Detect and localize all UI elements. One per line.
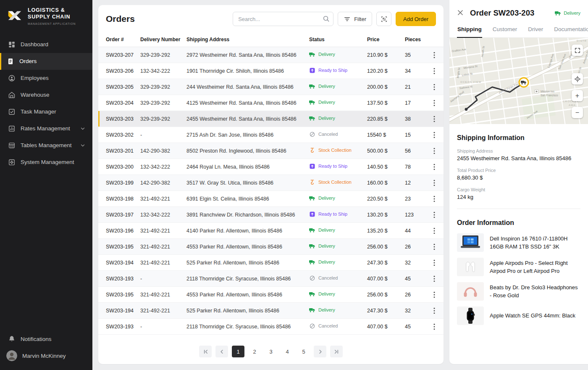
row-menu-button[interactable] <box>431 258 438 268</box>
pagination-page-5[interactable]: 5 <box>297 346 310 357</box>
row-menu-button[interactable] <box>431 322 438 332</box>
map-zoom-out-button[interactable]: − <box>572 107 583 118</box>
table-row[interactable]: SW203-198321-492-2216391 Elgin St. Celin… <box>98 191 444 207</box>
pagination: 12345 <box>98 340 444 364</box>
table-row[interactable]: SW203-195321-492-2214553 Parker Rd. Alle… <box>98 287 444 303</box>
field-label: Cargo Weight <box>457 187 580 192</box>
tab-driver[interactable]: Driver <box>528 23 543 38</box>
tab-customer[interactable]: Customer <box>492 23 518 38</box>
row-menu-button[interactable] <box>431 82 438 92</box>
table-row[interactable]: SW203-204329-239-2924125 Westheimer Rd. … <box>98 95 444 111</box>
table-row[interactable]: SW203-206132-342-2221901 Thornridge Cir.… <box>98 63 444 79</box>
table-row[interactable]: SW203-197132-342-2223891 Ranchview Dr. R… <box>98 207 444 223</box>
pagination-page-4[interactable]: 4 <box>281 346 294 357</box>
pagination-page-3[interactable]: 3 <box>265 346 277 357</box>
cell-pieces: 26 <box>402 239 428 255</box>
map-zoom-in-button[interactable]: + <box>572 90 583 101</box>
map[interactable]: Grafton AveHowth StBright StMontana StLo… <box>449 38 588 124</box>
table-row[interactable]: SW203-199142-290-3823517 W. Gray St. Uti… <box>98 175 444 191</box>
sidebar-item-task-manager[interactable]: Task Manager <box>0 103 92 120</box>
table-row[interactable]: SW203-203329-239-2922455 Westheimer Rd. … <box>98 111 444 127</box>
tab-documentation[interactable]: Documentation <box>554 23 588 38</box>
package-up-icon <box>309 211 315 217</box>
table-row[interactable]: SW203-205329-239-292244 Westheimer Rd. S… <box>98 79 444 95</box>
truck-icon <box>309 100 315 105</box>
table-row[interactable]: SW203-202-2715 Ash Dr. San Jose, Illinoi… <box>98 127 444 143</box>
sidebar-item-employees[interactable]: Employees <box>0 70 92 87</box>
notifications-button[interactable]: Notifications <box>0 330 92 347</box>
sidebar-item-label: Employees <box>21 75 49 81</box>
row-menu-button[interactable] <box>431 146 438 156</box>
sidebar-item-orders[interactable]: Orders <box>0 53 92 70</box>
row-menu-button[interactable] <box>431 66 438 76</box>
cell-order-number: SW203-207 <box>98 47 137 63</box>
table-row[interactable]: SW203-196321-492-2214140 Parker Rd. Alle… <box>98 223 444 239</box>
cell-shipping-address: 3517 W. Gray St. Utica, Illinois 85486 <box>183 175 306 191</box>
status-badge: Delivery <box>309 100 335 105</box>
sidebar-item-system-management[interactable]: System Management <box>0 154 92 171</box>
shipping-info-heading: Shipping Information <box>457 134 580 142</box>
info-field-cargo-weight: Cargo Weight124 kg <box>457 187 580 200</box>
sidebar-item-label: Task Manager <box>21 108 56 115</box>
map-locate-button[interactable] <box>572 73 583 85</box>
table-row[interactable]: SW203-194321-492-221525 Parker Rd. Allen… <box>98 255 444 271</box>
cell-price: 407.00 $ <box>364 271 402 287</box>
filter-button[interactable]: Filter <box>338 12 372 26</box>
detail-tabs: ShippingCustomerDriverDocumentation <box>449 23 588 38</box>
tab-shipping[interactable]: Shipping <box>457 23 482 38</box>
sidebar-item-rates-management[interactable]: Rates Management <box>0 120 92 137</box>
product-image-airpods <box>457 258 484 276</box>
rates-icon <box>8 125 16 132</box>
user-profile[interactable]: Marvin McKinney <box>0 347 92 364</box>
chevron-down-icon <box>80 143 86 148</box>
table-row[interactable]: SW203-200132-342-2222464 Royal Ln. Mesa,… <box>98 159 444 175</box>
table-row[interactable]: SW203-193-2118 Thornridge Cir. Syracuse,… <box>98 271 444 287</box>
row-menu-button[interactable] <box>431 290 438 300</box>
pagination-prev-button[interactable] <box>215 346 228 357</box>
pagination-last-button[interactable] <box>330 346 343 357</box>
close-icon[interactable] <box>457 9 465 17</box>
row-menu-button[interactable] <box>431 242 438 252</box>
sidebar-item-dashboard[interactable]: Dashboard <box>0 36 92 53</box>
row-menu-button[interactable] <box>431 114 438 124</box>
row-menu-button[interactable] <box>431 210 438 220</box>
pagination-page-2[interactable]: 2 <box>248 346 261 357</box>
pagination-next-button[interactable] <box>314 346 326 357</box>
cell-actions <box>428 79 444 95</box>
search-input[interactable] <box>233 12 333 26</box>
cell-shipping-address: 1901 Thornridge Cir. Shiloh, Illinois 85… <box>183 63 306 79</box>
row-menu-button[interactable] <box>431 98 438 108</box>
row-menu-button[interactable] <box>431 130 438 140</box>
table-row[interactable]: SW203-193-2118 Thornridge Cir. Syracuse,… <box>98 319 444 335</box>
row-menu-button[interactable] <box>431 194 438 204</box>
row-menu-button[interactable] <box>431 306 438 316</box>
cell-actions <box>428 319 444 335</box>
status-label: Delivery <box>318 291 335 296</box>
add-order-button[interactable]: Add Order <box>396 12 436 26</box>
cell-status: Canceled <box>306 271 364 287</box>
table-row[interactable]: SW203-195321-492-2214553 Parker Rd. Alle… <box>98 239 444 255</box>
actions-column-header <box>428 32 444 47</box>
pagination-first-button[interactable] <box>199 346 212 357</box>
row-menu-button[interactable] <box>431 274 438 284</box>
page-title: Orders <box>106 14 228 24</box>
sidebar-item-tables-management[interactable]: Tables Management <box>0 137 92 154</box>
dots-icon <box>433 68 435 74</box>
scan-button[interactable] <box>376 12 391 26</box>
table-row[interactable]: SW203-207329-239-2922972 Westheimer Rd. … <box>98 47 444 63</box>
row-menu-button[interactable] <box>431 178 438 188</box>
map-fullscreen-button[interactable] <box>572 45 583 56</box>
detail-header: Order SW203-203 Delivery <box>449 0 588 23</box>
cell-pieces: 32 <box>402 255 428 271</box>
row-menu-button[interactable] <box>431 162 438 172</box>
dots-icon <box>433 291 435 298</box>
row-menu-button[interactable] <box>431 226 438 236</box>
pagination-page-1[interactable]: 1 <box>232 346 244 357</box>
sidebar-item-warehouse[interactable]: Warehouse <box>0 87 92 103</box>
cell-price: 220.50 $ <box>364 191 402 207</box>
cell-price: 137.50 $ <box>364 95 402 111</box>
table-row[interactable]: SW203-201142-290-3828502 Preston Rd. Ing… <box>98 143 444 159</box>
package-up-icon <box>309 164 315 169</box>
row-menu-button[interactable] <box>431 50 438 60</box>
table-row[interactable]: SW203-194321-492-221525 Parker Rd. Allen… <box>98 303 444 319</box>
